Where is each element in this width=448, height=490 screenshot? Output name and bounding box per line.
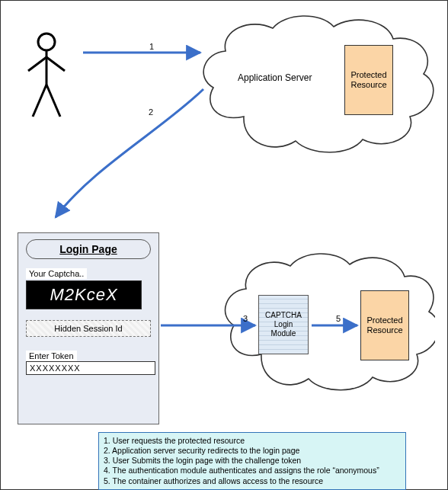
step-5-label: 5: [336, 314, 341, 323]
legend-line-5: 5. The container authorizes and allows a…: [104, 476, 401, 486]
legend-line-4: 4. The authentication module authenticat…: [104, 466, 401, 476]
step-3-label: 3: [243, 314, 248, 323]
enter-token-label: Enter Token: [26, 351, 77, 361]
step-1-label: 1: [149, 42, 154, 51]
legend-line-2: 2. Application server security redirects…: [104, 446, 401, 456]
login-page-title: Login Page: [59, 243, 117, 255]
legend-line-1: 1. User requests the protected resource: [104, 436, 401, 446]
token-input[interactable]: XXXXXXXX: [26, 361, 155, 375]
svg-point-0: [38, 34, 55, 50]
captcha-image: M2KceX: [26, 280, 142, 309]
user-actor-icon: [24, 31, 69, 123]
captcha-login-module: CAPTCHA Login Module: [258, 295, 309, 354]
hidden-session-id: Hidden Session Id: [26, 320, 151, 337]
captcha-login-module-label: CAPTCHA Login Module: [261, 311, 306, 338]
login-page-panel: Login Page Your Captcha.. M2KceX Hidden …: [18, 232, 159, 424]
diagram-canvas: Application Server Protected Resource CA…: [0, 0, 448, 490]
protected-resource-top: Protected Resource: [344, 45, 393, 115]
protected-resource-top-label: Protected Resource: [345, 70, 392, 90]
hidden-session-id-label: Hidden Session Id: [54, 324, 122, 333]
steps-legend: 1. User requests the protected resource …: [98, 432, 406, 490]
step-2-label: 2: [149, 107, 153, 117]
protected-resource-bottom-label: Protected Resource: [361, 315, 408, 335]
svg-line-2: [28, 57, 46, 71]
token-input-value: XXXXXXXX: [30, 363, 81, 373]
legend-line-3: 3. User Submits the login page with the …: [104, 456, 401, 466]
application-server-cloud: Application Server Protected Resource: [200, 11, 436, 156]
svg-line-4: [33, 85, 46, 117]
protected-resource-bottom: Protected Resource: [360, 290, 409, 360]
application-server-label: Application Server: [238, 72, 312, 83]
login-page-title-frame: Login Page: [26, 239, 151, 259]
svg-line-5: [46, 85, 60, 117]
svg-line-3: [46, 57, 65, 71]
captcha-label: Your Captcha..: [26, 268, 87, 279]
captcha-image-text: M2KceX: [50, 285, 117, 305]
